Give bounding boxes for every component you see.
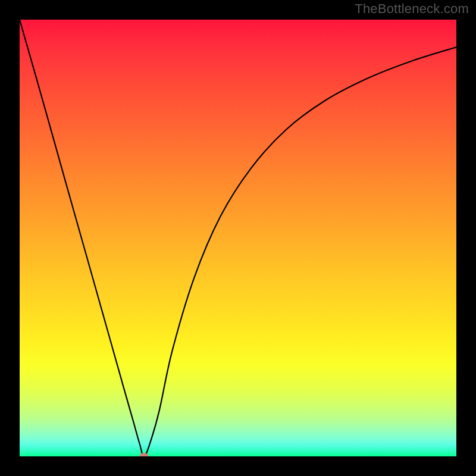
minimum-marker	[140, 453, 149, 457]
chart-frame: TheBottleneck.com	[0, 0, 476, 476]
curve-path	[20, 20, 456, 456]
watermark-text: TheBottleneck.com	[355, 1, 469, 17]
bottleneck-curve	[20, 20, 456, 456]
plot-area	[20, 20, 456, 456]
